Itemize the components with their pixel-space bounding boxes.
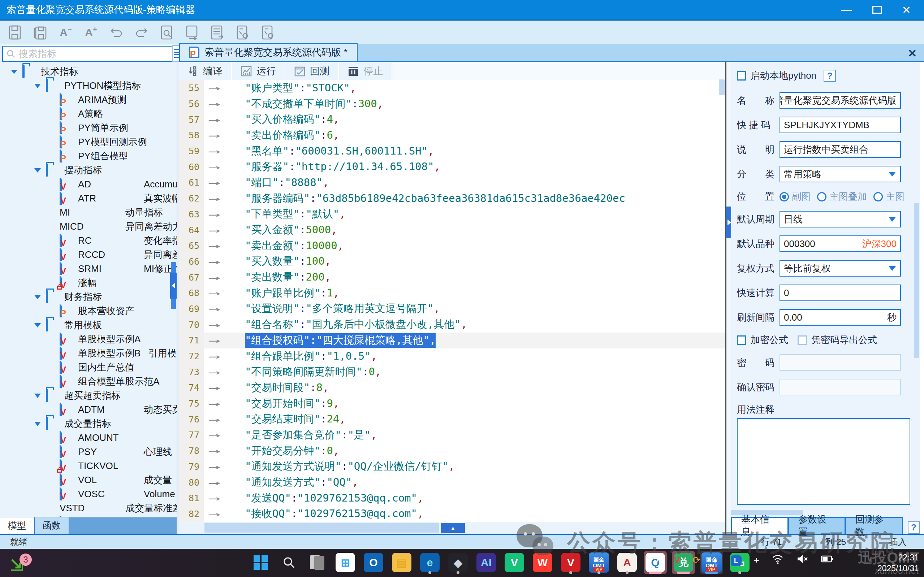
taskbar-icon-search[interactable] [277, 551, 300, 574]
crosshair-icon[interactable]: + [754, 554, 759, 566]
code-line-80[interactable]: 80→"通知发送方式":"QQ", [179, 474, 725, 490]
tab-basic-info[interactable]: 基本信息 [731, 517, 788, 533]
tab-parameters[interactable]: 参数设置 [788, 517, 845, 533]
chevron-up-icon[interactable]: ∧ [655, 554, 662, 566]
tree-item-AMOUNT[interactable]: VAMOUNT [0, 431, 177, 445]
taskbar-icon-outlook[interactable]: O [362, 551, 385, 574]
tree-item-PYTHON模型指标[interactable]: PYTHON模型指标 [0, 79, 177, 93]
doc-settings2-icon[interactable] [260, 24, 276, 41]
description-field[interactable]: 运行指数中买卖组合 [779, 141, 901, 158]
tree-item-MICD[interactable]: MICD异同离差动力指数 [0, 219, 177, 234]
code-line-71[interactable]: 71→"组合授权码":"四大搅屎棍策略,其他", [179, 332, 725, 348]
local-python-checkbox[interactable] [737, 71, 746, 81]
tree-item-单股模型示例B[interactable]: V单股模型示例B引用模 [0, 346, 177, 360]
doc-list-icon[interactable] [210, 24, 226, 41]
wifi-icon[interactable] [772, 554, 784, 567]
tree-item-SRMI[interactable]: VSRMIMI修正指标 [0, 262, 177, 276]
code-line-67[interactable]: 67→"卖出数量":200, [179, 269, 725, 285]
taskbar-icon-start[interactable] [249, 551, 273, 574]
tree-expand-caret-icon[interactable] [34, 323, 41, 327]
quickcalc-field[interactable]: 0 [779, 285, 901, 301]
tree-expand-caret-icon[interactable] [34, 84, 41, 88]
tree-item-国内生产总值[interactable]: V国内生产总值 [0, 360, 177, 374]
code-line-61[interactable]: 61→"端口":"8888", [179, 175, 725, 191]
stop-button[interactable]: 停止 [339, 62, 392, 80]
tree-item-超买超卖指标[interactable]: 超买超卖指标 [0, 388, 177, 403]
code-line-73[interactable]: 73→"不同策略间隔更新时间":0, [179, 364, 725, 380]
tree-item-TICKVOL[interactable]: VTICKVOL [0, 459, 177, 473]
code-line-63[interactable]: 63→"下单类型":"默认", [179, 206, 725, 222]
code-line-69[interactable]: 69→"设置说明":"多个策略用英文逗号隔开", [179, 301, 725, 317]
search-box[interactable] [2, 46, 174, 62]
scroll-marker-icon[interactable]: ▲ [441, 523, 465, 533]
encrypt-checkbox[interactable] [737, 335, 746, 345]
editor-vertical-scrollbar[interactable] [719, 79, 725, 95]
tree-item-AD[interactable]: VADAccumulation or [0, 177, 177, 191]
code-line-76[interactable]: 76→"交易结束时间":24, [179, 411, 725, 427]
tree-item-ATR[interactable]: VATR真实波幅 [0, 191, 177, 205]
code-line-65[interactable]: 65→"卖出金额":10000, [179, 238, 725, 254]
symbol-field[interactable]: 000300沪深300 [779, 235, 901, 252]
tree-item-股本营收资产[interactable]: P股本营收资产 [0, 304, 177, 318]
right-splitter[interactable] [725, 62, 731, 533]
tree-item-PY简单示例[interactable]: PPY简单示例 [0, 121, 177, 135]
font-increase-icon[interactable]: A+ [83, 24, 99, 41]
compile-button[interactable]: 编译 [179, 62, 232, 80]
editor-close-icon[interactable]: ✕ [908, 47, 917, 60]
tree-item-VOSC[interactable]: VVOSCVolume Oscilla [0, 487, 177, 501]
tree-item-PY模型回测示例[interactable]: PPY模型回测示例 [0, 135, 177, 149]
code-line-78[interactable]: 78→"开始交易分钟":0, [179, 443, 725, 459]
code-line-58[interactable]: 58→"卖出价格编码":6, [179, 127, 725, 143]
code-line-82[interactable]: 82→"接收QQ":"1029762153@qq.com", [179, 506, 725, 522]
sidebar-collapse-handle[interactable] [170, 272, 177, 298]
refresh-field[interactable]: 0.00秒 [779, 309, 901, 326]
code-line-68[interactable]: 68→"账户跟单比例":1, [179, 285, 725, 301]
taskbar-icon-store[interactable]: ⊞ [334, 551, 357, 574]
tree-expand-caret-icon[interactable] [34, 393, 41, 398]
font-decrease-icon[interactable]: A− [58, 24, 74, 41]
code-line-64[interactable]: 64→"买入金额":5000, [179, 222, 725, 238]
hscroll-thumb[interactable] [205, 523, 439, 533]
taskbar-clock[interactable]: 22:31 2025/10/31 [877, 553, 919, 574]
taskbar-icon-task-view[interactable] [306, 551, 329, 574]
doc-search-icon[interactable] [159, 24, 175, 41]
taskbar-icon-edge[interactable]: e [418, 551, 442, 574]
tree-item-常用模板[interactable]: 常用模板 [0, 318, 177, 332]
tabs-help-button[interactable]: ? [908, 521, 920, 533]
help-button[interactable]: ? [824, 70, 836, 82]
tree-item-PY组合模型[interactable]: PPY组合模型 [0, 149, 177, 163]
tree-item-A策略[interactable]: PA策略 [0, 107, 177, 121]
doc-settings-icon[interactable] [235, 24, 251, 41]
code-line-74[interactable]: 74→"交易时间段":8, [179, 380, 725, 396]
tree-item[interactable]: V [0, 515, 177, 517]
run-button[interactable]: 运行 [232, 62, 285, 80]
taskbar-icon-app-dark[interactable]: ◆ [447, 551, 469, 574]
tree-item-组合模型单股示范A[interactable]: V组合模型单股示范A [0, 374, 177, 388]
code-line-70[interactable]: 70→"组合名称":"国九条后中小板微盘小改,其他", [179, 317, 725, 332]
radio-subchart[interactable] [779, 192, 789, 201]
wps-tray-icon[interactable]: V [674, 554, 680, 566]
tree-expand-caret-icon[interactable] [34, 422, 41, 426]
code-line-62[interactable]: 62→"服务器编码":"63d85b6189e42cba63feea36381d… [179, 191, 725, 206]
editor-horizontal-scrollbar[interactable]: ▲ [179, 522, 725, 533]
code-area[interactable]: 55→"账户类型":"STOCK",56→"不成交撤单下单时间":300,57→… [179, 80, 725, 522]
taskbar-icon-app-flame[interactable]: V [559, 551, 582, 574]
taskbar-icon-cards[interactable]: A [616, 551, 639, 574]
backtest-button[interactable]: 回测 [285, 62, 339, 80]
password-field[interactable] [779, 354, 901, 371]
taskbar-icon-qmt-vip[interactable]: 国金QMTVIP [587, 551, 610, 574]
tree-item-RCCD[interactable]: VRCCD异同离差变化率 [0, 248, 177, 262]
tree-expand-caret-icon[interactable] [11, 70, 17, 74]
tab-backtest-params[interactable]: 回测参数 [845, 517, 902, 533]
tab-function[interactable]: 函数 [35, 517, 69, 533]
right-panel-scrollbar[interactable] [914, 203, 919, 358]
tree-item-MI[interactable]: MI动量指标 [0, 205, 177, 219]
editor-tab[interactable]: P 索普量化聚宽交易系统源代码版 * [179, 43, 358, 61]
tree-item-成交量指标[interactable]: 成交量指标 [0, 417, 177, 431]
battery-icon[interactable] [821, 554, 834, 566]
lenovo-shield-icon[interactable]: L [731, 554, 742, 566]
undo-icon[interactable] [108, 24, 124, 41]
export-password-checkbox[interactable] [798, 335, 807, 345]
pen-icon[interactable]: ◗ [713, 554, 718, 566]
tree-item-财务指标[interactable]: 财务指标 [0, 290, 177, 304]
